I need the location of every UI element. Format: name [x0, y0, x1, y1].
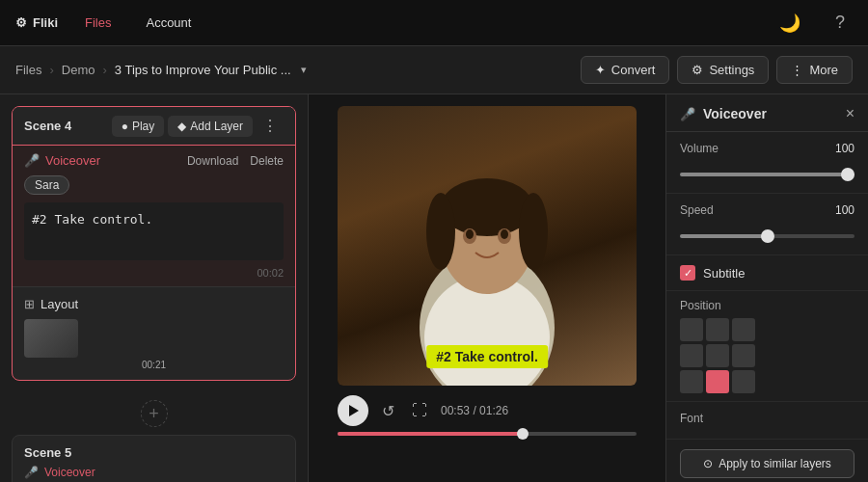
- font-section: Font: [666, 402, 868, 440]
- pos-mid-center[interactable]: [706, 344, 729, 367]
- close-panel-btn[interactable]: ×: [846, 106, 854, 121]
- time-display: 00:53 / 01:26: [441, 404, 508, 417]
- delete-btn[interactable]: Delete: [250, 154, 284, 168]
- right-panel-title: Voiceover: [703, 106, 838, 121]
- video-frame: #2 Take control.: [338, 106, 637, 386]
- pos-top-left[interactable]: [680, 318, 703, 341]
- voiceover-actions: Download Delete: [187, 154, 284, 168]
- more-dots-icon: ⋮: [791, 63, 803, 77]
- more-button[interactable]: ⋮ More: [776, 56, 853, 84]
- scene4-add-layer-btn[interactable]: ◆ Add Layer: [168, 116, 253, 137]
- pos-mid-right[interactable]: [732, 344, 755, 367]
- scene4-title: Scene 4: [24, 119, 71, 133]
- left-panel: Scene 4 ● Play ◆ Add Layer ⋮ 🎤: [0, 94, 309, 482]
- voice-tag[interactable]: Sara: [24, 175, 69, 195]
- right-panel-header: 🎤 Voiceover ×: [666, 94, 868, 132]
- right-panel: 🎤 Voiceover × Volume 100 Speed 100: [665, 94, 868, 482]
- add-layer-label: Add Layer: [190, 120, 243, 133]
- more-label: More: [809, 63, 838, 77]
- apply-icon: ⊙: [703, 457, 713, 470]
- speed-slider[interactable]: [680, 234, 854, 238]
- apply-similar-btn[interactable]: ⊙ Apply to similar layers: [680, 449, 854, 478]
- video-subtitle: #2 Take control.: [426, 345, 548, 368]
- dark-mode-btn[interactable]: 🌙: [772, 9, 808, 38]
- chevron-down-icon[interactable]: ▾: [301, 64, 307, 76]
- volume-row: Volume 100: [680, 142, 854, 155]
- svg-point-9: [466, 229, 474, 239]
- settings-label: Settings: [709, 63, 754, 77]
- svg-point-6: [519, 193, 548, 270]
- top-nav: ⚙ Fliki Files Account 🌙 ?: [0, 0, 868, 46]
- volume-slider[interactable]: [680, 173, 854, 176]
- scene4-play-btn[interactable]: ● Play: [112, 116, 165, 137]
- speed-value: 100: [831, 203, 854, 217]
- layout-thumb-inner: [24, 319, 78, 358]
- apply-label: Apply to similar layers: [719, 457, 831, 470]
- play-label: Play: [132, 120, 154, 133]
- subtitle-row: ✓ Subtitle: [666, 255, 868, 291]
- app-logo: ⚙ Fliki: [15, 15, 58, 30]
- volume-value: 100: [831, 142, 854, 155]
- settings-icon: ⚙: [692, 63, 703, 77]
- nav-files[interactable]: Files: [77, 12, 119, 34]
- layout-header: ⊞ Layout: [24, 297, 284, 311]
- breadcrumb-demo[interactable]: Demo: [62, 63, 95, 77]
- nav-account[interactable]: Account: [138, 12, 199, 34]
- progress-fill: [338, 432, 523, 436]
- video-container: #2 Take control.: [338, 106, 637, 386]
- position-grid: [680, 318, 854, 393]
- fullscreen-btn[interactable]: ⛶: [408, 400, 431, 421]
- breadcrumb-sep2: ›: [102, 63, 106, 77]
- pos-bot-right[interactable]: [732, 370, 755, 393]
- scene4-more-icon[interactable]: ⋮: [257, 115, 284, 137]
- scene4-card: Scene 4 ● Play ◆ Add Layer ⋮ 🎤: [12, 106, 296, 381]
- play-pause-btn[interactable]: [338, 395, 368, 426]
- scene4-actions: ● Play ◆ Add Layer ⋮: [112, 115, 284, 137]
- pos-bot-center[interactable]: [706, 370, 729, 393]
- scene5-card: Scene 5 🎤 Voiceover: [12, 435, 296, 482]
- scene5-title: Scene 5: [24, 445, 71, 460]
- speed-label: Speed: [680, 203, 824, 217]
- center-panel: #2 Take control. ↺ ⛶ 00:53 / 01:26: [309, 94, 665, 482]
- volume-section: Volume 100: [666, 132, 868, 194]
- current-time: 00:53: [441, 404, 470, 417]
- pos-top-center[interactable]: [706, 318, 729, 341]
- scene4-layout-section: ⊞ Layout 00:21: [13, 286, 295, 380]
- breadcrumb-files[interactable]: Files: [15, 63, 41, 77]
- settings-button[interactable]: ⚙ Settings: [677, 56, 769, 84]
- add-layer-icon: ◆: [177, 120, 186, 133]
- scene5-header: Scene 5: [24, 445, 284, 460]
- help-btn[interactable]: ?: [827, 9, 853, 37]
- add-scene-btn[interactable]: +: [141, 400, 168, 427]
- scene4-voiceover-section: 🎤 Voiceover Download Delete Sara #2 Take…: [13, 145, 295, 286]
- position-section: Position: [666, 291, 868, 402]
- progress-bar[interactable]: [338, 432, 637, 436]
- layout-duration: 00:21: [24, 360, 284, 370]
- pos-mid-left[interactable]: [680, 344, 703, 367]
- scene5-mic-icon: 🎤: [24, 466, 39, 479]
- main-layout: Scene 4 ● Play ◆ Add Layer ⋮ 🎤: [0, 94, 868, 482]
- pos-bot-left[interactable]: [680, 370, 703, 393]
- voiceover-panel-mic-icon: 🎤: [680, 107, 695, 121]
- volume-slider-container: [680, 165, 854, 179]
- breadcrumb-bar: Files › Demo › 3 Tips to Improve Your Pu…: [0, 46, 868, 94]
- video-controls: ↺ ⛶ 00:53 / 01:26: [338, 395, 637, 436]
- volume-label: Volume: [680, 142, 824, 155]
- convert-button[interactable]: ✦ Convert: [581, 56, 670, 84]
- play-icon: ●: [122, 120, 128, 133]
- replay-btn[interactable]: ↺: [378, 400, 398, 422]
- subtitle-checkbox[interactable]: ✓: [680, 265, 695, 281]
- scene5-voiceover: 🎤 Voiceover: [24, 466, 284, 479]
- voiceover-header: 🎤 Voiceover Download Delete: [24, 153, 284, 168]
- add-scene-area: +: [0, 392, 308, 435]
- speed-slider-container: [680, 227, 854, 241]
- convert-label: Convert: [611, 63, 656, 77]
- pos-top-right[interactable]: [732, 318, 755, 341]
- layout-thumbnail[interactable]: [24, 319, 78, 358]
- progress-thumb[interactable]: [517, 428, 529, 440]
- voiceover-textarea[interactable]: #2 Take control.: [24, 202, 284, 260]
- download-btn[interactable]: Download: [187, 154, 238, 168]
- check-icon: ✓: [684, 267, 692, 280]
- breadcrumb-project: 3 Tips to Improve Your Public ...: [115, 63, 291, 77]
- voiceover-label: Voiceover: [45, 153, 100, 168]
